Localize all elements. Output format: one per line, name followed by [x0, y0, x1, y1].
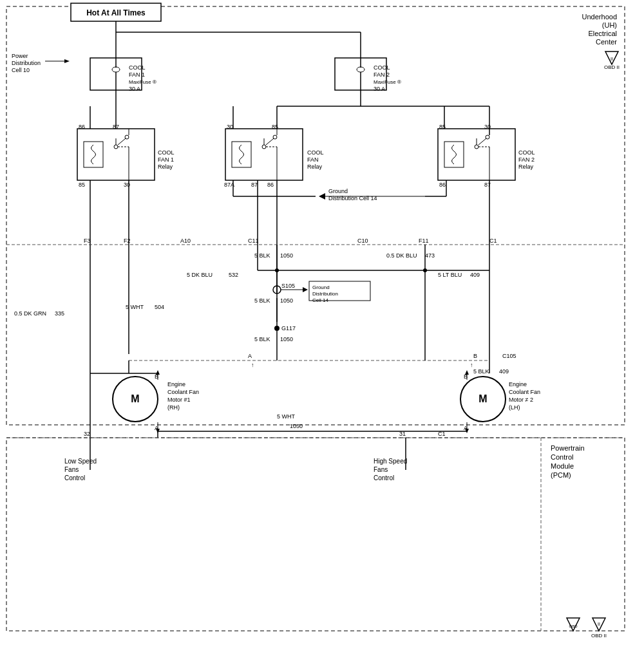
svg-text:Cell 10: Cell 10 — [12, 67, 30, 73]
svg-text:F3: F3 — [84, 238, 91, 244]
svg-text:5 WHT: 5 WHT — [277, 413, 296, 420]
svg-text:Relay: Relay — [307, 164, 323, 170]
svg-text:Powertrain: Powertrain — [551, 444, 585, 452]
svg-text:Relay: Relay — [158, 164, 173, 170]
svg-text:Power: Power — [12, 53, 28, 59]
svg-text:1050: 1050 — [280, 336, 293, 342]
svg-text:G117: G117 — [281, 325, 296, 332]
svg-text:5 DK BLU: 5 DK BLU — [187, 272, 213, 278]
svg-text:30 A: 30 A — [374, 86, 385, 92]
svg-text:OBD II: OBD II — [604, 64, 620, 70]
svg-rect-0 — [0, 0, 644, 645]
svg-text:Motor ≠ 2: Motor ≠ 2 — [509, 397, 533, 403]
svg-text:Fans: Fans — [64, 466, 79, 473]
svg-text:Fans: Fans — [374, 466, 388, 473]
svg-text:COOL: COOL — [374, 64, 390, 71]
svg-text:87: 87 — [251, 182, 258, 188]
svg-text:S105: S105 — [281, 283, 295, 289]
svg-text:OBD: OBD — [569, 624, 578, 628]
svg-text:5 BLK: 5 BLK — [254, 336, 270, 342]
svg-text:86: 86 — [439, 182, 446, 188]
svg-text:Electrical: Electrical — [588, 30, 617, 37]
svg-text:COOL: COOL — [307, 149, 324, 156]
svg-point-219 — [275, 268, 279, 272]
svg-text:Hot At All Times: Hot At All Times — [86, 8, 146, 17]
svg-text:Underhood: Underhood — [582, 13, 617, 21]
svg-text:Motor #1: Motor #1 — [167, 397, 191, 403]
svg-text:Control: Control — [374, 474, 394, 481]
svg-text:(PCM): (PCM) — [551, 471, 571, 479]
svg-text:Engine: Engine — [509, 381, 527, 388]
svg-text:C1: C1 — [489, 238, 497, 244]
svg-text:F11: F11 — [419, 238, 429, 244]
svg-text:Coolant Fan: Coolant Fan — [167, 389, 199, 395]
svg-text:Low Speed: Low Speed — [64, 458, 97, 465]
svg-text:335: 335 — [55, 310, 64, 317]
svg-rect-39 — [77, 129, 155, 180]
svg-text:1050: 1050 — [290, 423, 303, 429]
svg-text:32: 32 — [84, 431, 90, 437]
svg-text:31: 31 — [399, 431, 406, 437]
svg-text:Distribution: Distribution — [312, 291, 338, 297]
svg-text:High Speed: High Speed — [374, 458, 407, 465]
svg-text:85: 85 — [79, 182, 85, 188]
svg-text:C10: C10 — [357, 238, 368, 244]
svg-text:C1: C1 — [438, 431, 446, 437]
svg-text:II: II — [598, 622, 600, 626]
svg-text:Control: Control — [551, 453, 573, 461]
svg-text:Coolant Fan: Coolant Fan — [509, 389, 540, 395]
svg-text:C105: C105 — [502, 353, 516, 359]
svg-rect-57 — [225, 129, 303, 180]
svg-text:Distribution: Distribution — [12, 60, 41, 66]
svg-text:0.5 DK BLU: 0.5 DK BLU — [386, 252, 417, 259]
svg-text:(RH): (RH) — [167, 404, 180, 411]
svg-text:↑: ↑ — [470, 362, 473, 368]
svg-text:MaxiFuse ®: MaxiFuse ® — [374, 79, 401, 85]
svg-text:30: 30 — [227, 124, 233, 130]
svg-text:FAN 1: FAN 1 — [129, 71, 145, 78]
svg-text:F2: F2 — [124, 238, 131, 244]
svg-text:M: M — [478, 393, 487, 404]
svg-text:5 BLK: 5 BLK — [254, 252, 270, 259]
svg-text:(UH): (UH) — [602, 21, 617, 29]
svg-text:86: 86 — [267, 182, 274, 188]
svg-point-220 — [423, 268, 427, 272]
svg-text:COOL: COOL — [129, 64, 146, 71]
svg-text:Control: Control — [64, 474, 85, 481]
svg-text:Module: Module — [551, 462, 574, 470]
svg-text:86: 86 — [79, 124, 85, 130]
svg-text:↑: ↑ — [251, 362, 254, 368]
schematic-svg: Hot At All Times Power Distribution Cell… — [0, 0, 644, 645]
svg-text:409: 409 — [499, 368, 509, 375]
svg-text:FAN 1: FAN 1 — [158, 156, 174, 163]
svg-text:OBD II: OBD II — [591, 633, 607, 639]
svg-rect-77 — [438, 129, 515, 180]
svg-text:M: M — [131, 393, 139, 404]
svg-text:409: 409 — [470, 272, 480, 278]
wiring-diagram: Hot At All Times Power Distribution Cell… — [0, 0, 644, 645]
svg-text:II: II — [611, 57, 613, 61]
svg-text:MaxiFuse ®: MaxiFuse ® — [129, 79, 156, 85]
svg-text:Relay: Relay — [518, 164, 534, 170]
svg-text:1050: 1050 — [280, 252, 293, 259]
svg-text:Engine: Engine — [167, 381, 185, 388]
svg-text:0.5 DK GRN: 0.5 DK GRN — [14, 310, 46, 317]
svg-text:(LH): (LH) — [509, 404, 520, 411]
svg-text:COOL: COOL — [158, 149, 175, 156]
svg-text:COOL: COOL — [518, 149, 535, 156]
svg-text:532: 532 — [229, 272, 238, 278]
svg-text:A10: A10 — [180, 238, 191, 244]
svg-text:5 BLK: 5 BLK — [473, 368, 489, 375]
svg-text:504: 504 — [155, 304, 164, 310]
svg-text:Cell 14: Cell 14 — [312, 297, 328, 303]
svg-text:FAN: FAN — [307, 156, 319, 163]
svg-text:5 BLK: 5 BLK — [254, 297, 270, 304]
svg-text:A: A — [248, 353, 252, 359]
svg-text:5 LT BLU: 5 LT BLU — [438, 272, 462, 278]
svg-text:1050: 1050 — [280, 297, 293, 304]
svg-text:FAN 2: FAN 2 — [374, 71, 390, 78]
svg-text:B: B — [473, 353, 477, 359]
svg-text:Distribution Cell 14: Distribution Cell 14 — [328, 195, 377, 201]
svg-text:Center: Center — [596, 38, 617, 46]
svg-text:Ground: Ground — [328, 188, 348, 194]
